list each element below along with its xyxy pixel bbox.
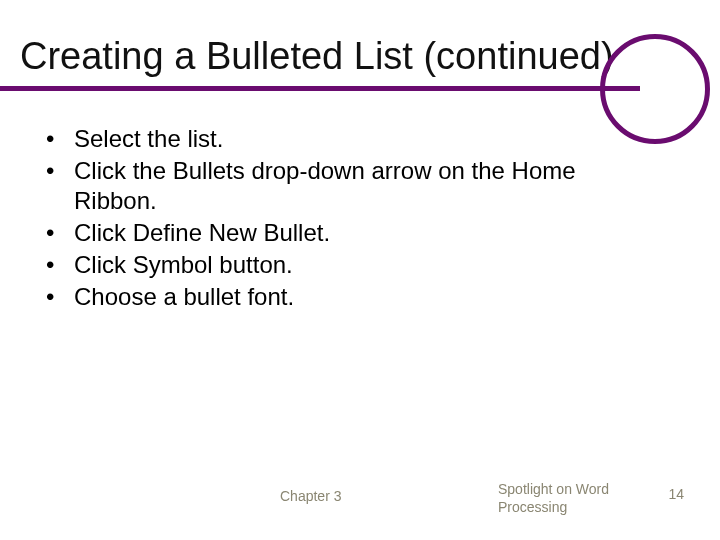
title-underline (0, 86, 640, 91)
slide-title: Creating a Bulleted List (continued) (20, 36, 640, 78)
bullet-list: Select the list. Click the Bullets drop-… (46, 124, 660, 312)
list-item: Click the Bullets drop-down arrow on the… (46, 156, 660, 216)
list-item: Select the list. (46, 124, 660, 154)
footer-center-text: Chapter 3 (280, 488, 341, 504)
footer-right-text: Spotlight on Word Processing (498, 481, 628, 516)
footer-page-number: 14 (668, 486, 684, 502)
list-item: Click Symbol button. (46, 250, 660, 280)
list-item: Click Define New Bullet. (46, 218, 660, 248)
title-block: Creating a Bulleted List (continued) (20, 36, 640, 78)
content-area: Select the list. Click the Bullets drop-… (46, 124, 660, 314)
list-item: Choose a bullet font. (46, 282, 660, 312)
